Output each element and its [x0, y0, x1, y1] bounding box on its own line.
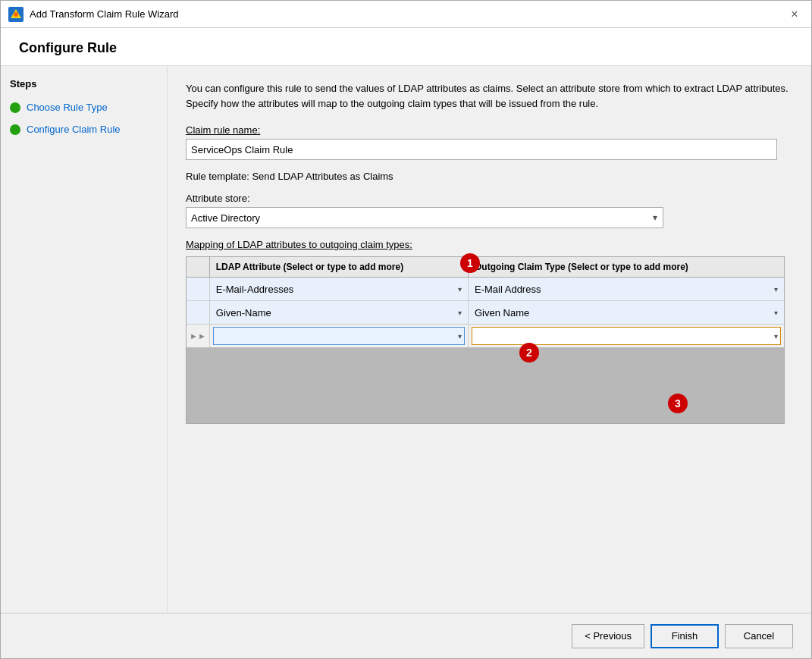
step-dot-2 [10, 124, 20, 135]
table-row: ►► [187, 325, 784, 348]
mapping-table-header-row: LDAP Attribute (Select or type to add mo… [187, 257, 784, 278]
mapping-section: Mapping of LDAP attributes to outgoing c… [186, 239, 793, 424]
sidebar: Steps Choose Rule Type Configure Claim R… [1, 66, 168, 613]
rule-template-text: Rule template: Send LDAP Attributes as C… [186, 171, 793, 182]
wizard-icon [8, 7, 24, 22]
claim-rule-name-label: Claim rule name: [186, 124, 793, 136]
step-dot-1 [10, 102, 20, 113]
row-2-ldap-wrapper: Given-Name E-Mail-Addresses [213, 303, 465, 322]
steps-label: Steps [10, 78, 158, 89]
close-button[interactable]: × [785, 5, 804, 24]
table-row: Given-Name E-Mail-Addresses Given Name [187, 301, 784, 325]
mapping-empty-area [187, 347, 784, 423]
row-3-ldap-cell [209, 325, 468, 348]
row-3-outgoing-cell [469, 325, 785, 348]
row-1-ldap-select[interactable]: E-Mail-Addresses Given-Name [213, 280, 465, 298]
row-3-ldap-wrapper [213, 327, 465, 345]
sidebar-item-choose-rule-type[interactable]: Choose Rule Type [10, 99, 158, 116]
mapping-table-container: LDAP Attribute (Select or type to add mo… [186, 256, 785, 424]
attribute-store-label: Attribute store: [186, 193, 793, 204]
dialog-title: Add Transform Claim Rule Wizard [30, 8, 179, 20]
row-1-ldap-cell: E-Mail-Addresses Given-Name [209, 278, 468, 301]
table-row: E-Mail-Addresses Given-Name E-Mail Addre… [187, 278, 784, 301]
main-panel: You can configure this rule to send the … [168, 66, 811, 613]
col-index-header [187, 257, 209, 278]
claim-rule-name-section: Claim rule name: [186, 124, 793, 160]
svg-point-2 [14, 12, 18, 17]
mapping-table: LDAP Attribute (Select or type to add mo… [187, 257, 784, 347]
row-3-outgoing-select[interactable] [472, 327, 781, 345]
attribute-store-select[interactable]: Active Directory Custom Store [186, 207, 663, 228]
footer: < Previous Finish Cancel [1, 613, 811, 658]
row-1-outgoing-select[interactable]: E-Mail Address Given Name [472, 280, 781, 298]
row-1-index-cell [187, 278, 209, 301]
row-3-arrow-cell: ►► [187, 325, 209, 348]
row-2-outgoing-cell: Given Name E-Mail Address [469, 301, 785, 325]
attribute-store-section: Attribute store: Active Directory Custom… [186, 193, 793, 228]
sidebar-item-configure-claim-rule[interactable]: Configure Claim Rule [10, 121, 158, 138]
row-2-ldap-select[interactable]: Given-Name E-Mail-Addresses [213, 303, 465, 322]
row-2-index-cell [187, 301, 209, 325]
claim-rule-name-input[interactable] [186, 139, 777, 160]
dialog-window: Add Transform Claim Rule Wizard × Config… [0, 0, 812, 659]
claim-rule-name-underline-label: Claim rule name: [186, 124, 260, 136]
row-1-outgoing-wrapper: E-Mail Address Given Name [472, 280, 781, 298]
row-2-outgoing-wrapper: Given Name E-Mail Address [472, 303, 781, 322]
row-2-ldap-cell: Given-Name E-Mail-Addresses [209, 301, 468, 325]
row-3-ldap-select[interactable] [213, 327, 465, 345]
badge-3: 3 [668, 394, 688, 413]
outgoing-column-header: Outgoing Claim Type (Select or type to a… [469, 257, 785, 278]
previous-button[interactable]: < Previous [572, 624, 644, 648]
title-bar: Add Transform Claim Rule Wizard × [1, 1, 811, 28]
content-area: Steps Choose Rule Type Configure Claim R… [1, 66, 811, 613]
row-1-ldap-wrapper: E-Mail-Addresses Given-Name [213, 280, 465, 298]
badge-1: 1 [460, 253, 480, 273]
badge-2: 2 [519, 343, 539, 362]
ldap-column-header: LDAP Attribute (Select or type to add mo… [209, 257, 468, 278]
cancel-button[interactable]: Cancel [725, 624, 793, 648]
page-title-section: Configure Rule [1, 28, 811, 66]
row-2-outgoing-select[interactable]: Given Name E-Mail Address [472, 303, 781, 322]
sidebar-item-label-1: Choose Rule Type [27, 102, 108, 113]
title-bar-left: Add Transform Claim Rule Wizard [8, 7, 179, 22]
row-1-outgoing-cell: E-Mail Address Given Name [469, 278, 785, 301]
description-text: You can configure this rule to send the … [186, 81, 792, 111]
page-title: Configure Rule [19, 40, 793, 56]
row-3-outgoing-wrapper [472, 327, 781, 345]
sidebar-item-label-2: Configure Claim Rule [27, 124, 121, 135]
attribute-store-select-wrapper: Active Directory Custom Store [186, 207, 663, 228]
finish-button[interactable]: Finish [651, 624, 719, 648]
mapping-label: Mapping of LDAP attributes to outgoing c… [186, 239, 793, 250]
